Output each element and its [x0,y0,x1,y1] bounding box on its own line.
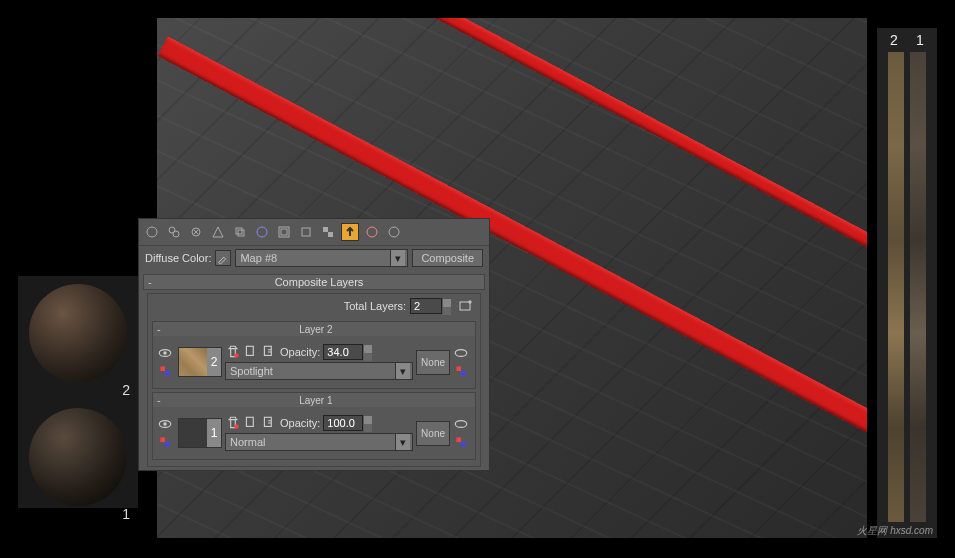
collapse-icon[interactable]: - [148,276,158,288]
mask-cc-icon[interactable] [453,434,469,450]
delete-icon[interactable] [225,415,241,431]
effects-icon[interactable] [253,223,271,241]
svg-point-26 [163,422,166,425]
svg-rect-27 [160,437,165,442]
layer-2-texture-swatch[interactable]: 2 [178,347,222,377]
copy-icon[interactable] [231,223,249,241]
opacity-label: Opacity: [280,346,320,358]
copy-layer-icon[interactable] [243,344,259,360]
svg-rect-10 [323,227,328,232]
layer-2-opacity-spinner[interactable]: 34.0 [323,344,363,360]
svg-rect-11 [328,232,333,237]
svg-rect-20 [246,346,253,355]
composite-layers-header[interactable]: - Composite Layers [143,274,485,290]
svg-rect-5 [238,230,244,236]
map-name-dropdown[interactable]: Map #8 [235,249,408,267]
mask-cc-icon[interactable] [453,363,469,379]
material-preview-panel: 2 1 [18,276,138,508]
svg-rect-23 [456,366,461,371]
visibility-icon[interactable] [157,416,173,432]
watermark: 火星网 hxsd.com [857,524,933,538]
options-icon[interactable] [385,223,403,241]
svg-rect-30 [246,417,253,426]
mask-visibility-icon[interactable] [453,345,469,361]
put-to-scene-icon[interactable] [165,223,183,241]
svg-point-29 [234,424,239,429]
svg-rect-34 [461,442,466,447]
color-correct-icon[interactable] [157,434,173,450]
svg-point-32 [455,421,466,428]
svg-point-2 [173,231,179,237]
map-name-value: Map #8 [240,252,277,264]
copy-layer-icon[interactable] [243,415,259,431]
opacity-label: Opacity: [280,417,320,429]
layer-1-texture-swatch[interactable]: 1 [178,418,222,448]
sphere-label: 1 [18,506,138,524]
svg-point-16 [163,351,166,354]
material-sphere-1[interactable] [29,408,127,506]
texture-strip-1[interactable] [910,52,926,522]
svg-rect-4 [236,228,242,234]
layer-1-header[interactable]: - Layer 1 [153,393,475,407]
go-forward-icon[interactable] [363,223,381,241]
layer-2-blend-dropdown[interactable]: Spotlight [225,362,413,380]
layer-1-blend-dropdown[interactable]: Normal [225,433,413,451]
reset-icon[interactable] [209,223,227,241]
material-editor-panel: Diffuse Color: Map #8 Composite - Compos… [138,218,490,471]
show-map-icon[interactable] [275,223,293,241]
layer-1-opacity-spinner[interactable]: 100.0 [323,415,363,431]
strip-label: 2 [890,32,898,48]
svg-point-19 [234,353,239,358]
rename-icon[interactable] [261,344,277,360]
svg-rect-28 [165,442,170,447]
diffuse-color-label: Diffuse Color: [145,252,211,264]
svg-rect-31 [264,417,271,426]
svg-rect-18 [165,371,170,376]
show-end-result-icon[interactable] [297,223,315,241]
svg-rect-14 [460,302,470,310]
svg-rect-24 [461,371,466,376]
texture-strip-panel: 2 1 [877,28,937,538]
color-correct-icon[interactable] [157,363,173,379]
svg-rect-21 [264,346,271,355]
visibility-icon[interactable] [157,345,173,361]
go-to-parent-icon[interactable] [341,223,359,241]
get-material-icon[interactable] [143,223,161,241]
strip-label: 1 [916,32,924,48]
assign-icon[interactable] [187,223,205,241]
delete-icon[interactable] [225,344,241,360]
mask-visibility-icon[interactable] [453,416,469,432]
svg-point-0 [147,227,157,237]
map-type-button[interactable]: Composite [412,249,483,267]
add-layer-icon[interactable] [458,298,474,314]
svg-point-13 [389,227,399,237]
total-layers-spinner[interactable]: 2 [410,298,442,314]
svg-point-12 [367,227,377,237]
svg-point-22 [455,350,466,357]
eyedropper-icon[interactable] [215,250,231,266]
texture-strip-2[interactable] [888,52,904,522]
svg-rect-9 [302,228,310,236]
material-sphere-2[interactable] [29,284,127,382]
checker-icon[interactable] [319,223,337,241]
svg-rect-33 [456,437,461,442]
sphere-label: 2 [18,382,138,400]
rename-icon[interactable] [261,415,277,431]
layer-1-mask-button[interactable]: None [416,421,450,446]
svg-point-6 [257,227,267,237]
total-layers-label: Total Layers: [344,300,406,312]
toolbar [139,219,489,246]
svg-rect-17 [160,366,165,371]
svg-rect-8 [281,229,287,235]
layer-2-header[interactable]: - Layer 2 [153,322,475,336]
layer-2-mask-button[interactable]: None [416,350,450,375]
